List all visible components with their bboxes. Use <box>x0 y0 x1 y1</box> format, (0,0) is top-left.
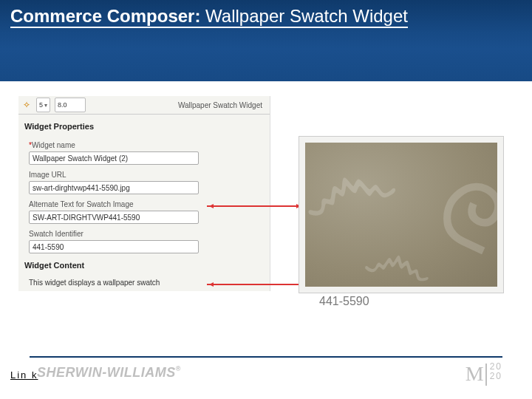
input-widget-name[interactable]: Wallpaper Swatch Widget (2) <box>29 151 199 165</box>
label-swatch-id: Swatch Identifier <box>29 230 259 238</box>
widget-description: This widget displays a wallpaper swatch <box>18 274 270 291</box>
footer-link[interactable]: Lin k <box>10 369 38 381</box>
arrow-image-to-swatch <box>207 205 303 207</box>
panel-toolbar: ✧ 5▾ 8.0 Wallpaper Swatch Widget <box>18 96 270 115</box>
label-alt-text: Alternate Text for Swatch Image <box>29 200 259 208</box>
swatch-caption: 441-5590 <box>319 295 369 308</box>
label-widget-name: Widget name <box>32 141 75 149</box>
input-alt-text[interactable]: SW-ART-DIRGHTVWP441-5590 <box>29 211 199 224</box>
swatch-preview: ෴ ᘓ ෴ <box>299 137 503 293</box>
sherwin-williams-logo: SHERWIN-WILLIAMS® <box>37 365 181 381</box>
title-rest: Wallpaper Swatch Widget <box>200 6 408 26</box>
seq-field[interactable]: 5▾ <box>36 98 50 112</box>
page-title: Commerce Composer: Wallpaper Swatch Widg… <box>10 6 408 28</box>
label-image-url: Image URL <box>29 171 259 179</box>
m2020-logo: M 2020 <box>466 362 502 386</box>
favorite-icon[interactable]: ✧ <box>21 100 32 110</box>
section-properties: Widget Properties <box>18 115 270 135</box>
breadcrumb: Wallpaper Swatch Widget <box>178 101 262 109</box>
properties-panel: ✧ 5▾ 8.0 Wallpaper Swatch Widget Widget … <box>18 96 270 291</box>
section-content: Widget Content <box>18 253 270 274</box>
input-image-url[interactable]: sw-art-dirghtvwp441-5590.jpg <box>29 181 199 194</box>
input-swatch-id[interactable]: 441-5590 <box>29 240 199 253</box>
title-bold: Commerce Composer: <box>10 6 200 26</box>
version-field[interactable]: 8.0 <box>55 98 86 112</box>
footer-rule <box>30 356 502 358</box>
footer: Lin k SHERWIN-WILLIAMS® M 2020 <box>0 347 532 399</box>
chevron-down-icon: ▾ <box>44 102 47 109</box>
